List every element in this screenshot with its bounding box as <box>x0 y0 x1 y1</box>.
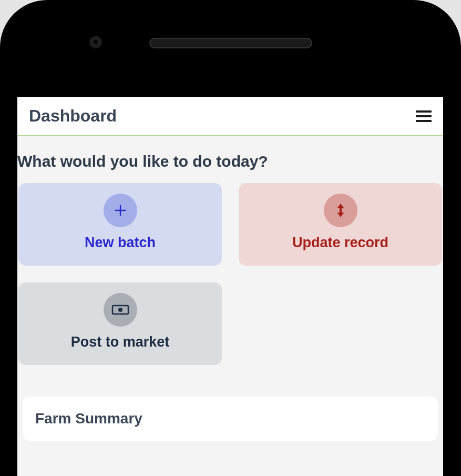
action-cards-grid: New batch Update record <box>18 183 442 365</box>
hamburger-icon <box>416 110 432 113</box>
menu-button[interactable] <box>416 110 432 122</box>
svg-point-3 <box>118 308 122 312</box>
arrows-icon-circle <box>324 194 357 227</box>
content-area: What would you like to do today? New bat… <box>17 136 443 441</box>
arrows-vertical-icon <box>334 202 347 218</box>
new-batch-card[interactable]: New batch <box>18 183 222 266</box>
update-record-label: Update record <box>292 235 388 251</box>
money-icon <box>111 303 129 316</box>
plus-icon-circle <box>104 194 137 227</box>
phone-speaker <box>149 38 312 48</box>
page-title: Dashboard <box>29 106 117 126</box>
new-batch-label: New batch <box>85 235 156 251</box>
hamburger-icon <box>416 115 432 117</box>
app-screen: Dashboard What would you like to do toda… <box>17 97 443 476</box>
phone-body: Dashboard What would you like to do toda… <box>0 0 461 476</box>
hamburger-icon <box>416 120 432 122</box>
post-to-market-label: Post to market <box>71 334 170 350</box>
farm-summary-card: Farm Summary <box>23 397 438 441</box>
update-record-card[interactable]: Update record <box>239 183 442 266</box>
app-header: Dashboard <box>17 97 443 136</box>
plus-icon <box>113 203 128 218</box>
prompt-heading: What would you like to do today? <box>17 136 442 183</box>
money-icon-circle <box>104 293 137 327</box>
phone-camera <box>89 36 102 48</box>
farm-summary-title: Farm Summary <box>35 410 425 427</box>
phone-frame: Dashboard What would you like to do toda… <box>0 0 461 476</box>
post-to-market-card[interactable]: Post to market <box>18 282 222 365</box>
